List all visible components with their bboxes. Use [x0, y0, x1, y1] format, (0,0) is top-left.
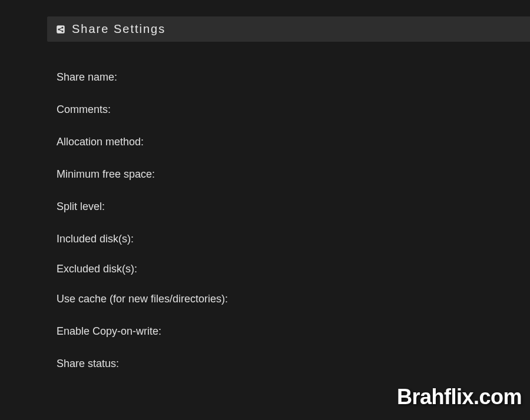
watermark-text: Brahflix.com — [397, 385, 522, 409]
field-share-name: Share name: — [57, 71, 530, 84]
field-share-status: Share status: — [57, 358, 530, 370]
field-enable-cow: Enable Copy-on-write: — [57, 325, 530, 338]
label-comments: Comments: — [57, 104, 111, 116]
section-title: Share Settings — [72, 22, 165, 36]
label-excluded-disks: Excluded disk(s): — [57, 263, 137, 275]
top-spacer — [0, 0, 530, 16]
label-minimum-free-space: Minimum free space: — [57, 168, 155, 181]
field-excluded-disks: Excluded disk(s): — [57, 263, 530, 275]
field-minimum-free-space: Minimum free space: — [57, 168, 530, 181]
field-use-cache: Use cache (for new files/directories): — [57, 293, 530, 305]
section-header: Share Settings — [47, 16, 530, 42]
label-share-name: Share name: — [57, 71, 117, 84]
svg-rect-0 — [57, 25, 65, 34]
label-included-disks: Included disk(s): — [57, 233, 134, 245]
label-enable-cow: Enable Copy-on-write: — [57, 325, 161, 338]
label-share-status: Share status: — [57, 358, 119, 370]
field-included-disks: Included disk(s): — [57, 233, 530, 245]
label-split-level: Split level: — [57, 201, 105, 213]
field-split-level: Split level: — [57, 201, 530, 213]
settings-form: Share name: Comments: Allocation method:… — [57, 71, 530, 370]
label-use-cache: Use cache (for new files/directories): — [57, 293, 228, 305]
share-icon — [55, 24, 66, 35]
field-allocation-method: Allocation method: — [57, 136, 530, 148]
field-comments: Comments: — [57, 104, 530, 116]
label-allocation-method: Allocation method: — [57, 136, 144, 148]
